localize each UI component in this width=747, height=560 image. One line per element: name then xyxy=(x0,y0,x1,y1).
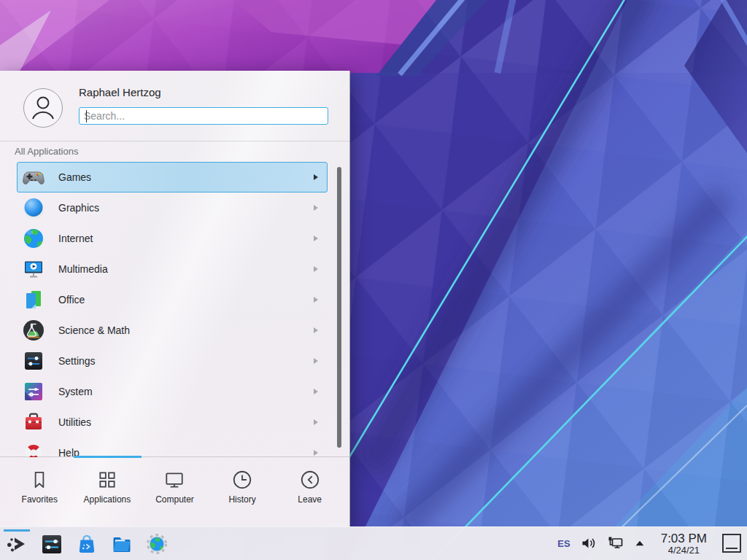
category-label: Multimedia xyxy=(58,263,108,275)
submenu-arrow-icon xyxy=(314,174,318,180)
category-item-games[interactable]: Games xyxy=(17,162,328,192)
tab-leave[interactable]: Leave xyxy=(276,457,344,526)
person-icon xyxy=(24,89,62,127)
sliders-dark-icon xyxy=(22,349,45,373)
dolphin-folder-icon xyxy=(110,532,133,556)
flask-icon xyxy=(22,319,45,342)
submenu-arrow-icon xyxy=(314,236,318,241)
tab-computer[interactable]: Computer xyxy=(141,457,209,526)
user-name: Raphael Hertzog xyxy=(79,86,161,98)
category-item-internet[interactable]: Internet xyxy=(17,223,328,254)
category-item-multimedia[interactable]: Multimedia xyxy=(17,254,328,284)
system-tray: ES 7:03 PM 4/24/21 xyxy=(557,532,743,555)
category-label: Games xyxy=(58,171,91,183)
sliders-gradient-icon xyxy=(22,380,45,403)
lifebuoy-icon xyxy=(22,441,45,457)
volume-icon[interactable] xyxy=(580,534,597,552)
system-settings-button[interactable] xyxy=(39,529,64,559)
computer-icon xyxy=(163,469,185,491)
expand-tray-arrow-icon[interactable] xyxy=(634,537,646,549)
konqueror-globe-gear-icon xyxy=(145,532,169,556)
submenu-arrow-icon xyxy=(314,419,318,425)
list-scrollbar[interactable] xyxy=(337,167,341,448)
submenu-arrow-icon xyxy=(314,389,318,394)
category-item-graphics[interactable]: Graphics xyxy=(17,192,328,223)
category-label: Graphics xyxy=(58,202,99,214)
web-browser-button[interactable] xyxy=(144,529,169,559)
keyboard-layout-indicator[interactable]: ES xyxy=(557,538,570,549)
tab-applications[interactable]: Applications xyxy=(74,457,142,526)
submenu-arrow-icon xyxy=(314,266,318,272)
category-label: Internet xyxy=(58,233,93,244)
category-label: System xyxy=(58,386,93,397)
tab-favorites[interactable]: Favorites xyxy=(6,457,74,526)
header-divider xyxy=(0,141,349,141)
submenu-arrow-icon xyxy=(314,205,318,211)
clock-date: 4/24/21 xyxy=(661,545,707,556)
search-input[interactable] xyxy=(79,107,328,125)
category-label: Office xyxy=(58,294,85,306)
category-item-office[interactable]: Office xyxy=(17,284,328,315)
desktop: Raphael Hertzog All Applications xyxy=(0,0,747,560)
bookmark-icon xyxy=(28,469,50,491)
tab-label: Computer xyxy=(155,494,194,505)
section-label: All Applications xyxy=(15,146,78,157)
toolbox-icon xyxy=(22,411,45,434)
grid-icon xyxy=(96,469,118,491)
category-label: Settings xyxy=(58,355,96,367)
taskbar-apps xyxy=(4,529,169,559)
discover-button[interactable] xyxy=(74,529,99,559)
launcher-tab-bar: Favorites Applications xyxy=(0,456,349,526)
leave-circle-icon xyxy=(299,469,321,491)
category-label: Science & Math xyxy=(58,324,130,336)
taskbar-panel: ES 7:03 PM 4/24/21 xyxy=(0,526,747,560)
submenu-arrow-icon xyxy=(314,358,318,364)
show-desktop-button[interactable] xyxy=(722,534,741,553)
category-item-help[interactable]: Help xyxy=(17,438,328,457)
submenu-arrow-icon xyxy=(314,327,318,333)
tab-label: History xyxy=(228,494,255,505)
category-item-science-math[interactable]: Science & Math xyxy=(17,315,328,346)
wired-network-icon[interactable] xyxy=(607,534,624,552)
history-clock-icon xyxy=(231,469,253,491)
system-settings-icon xyxy=(40,532,63,556)
kde-launcher-icon xyxy=(5,532,28,556)
discover-bag-icon xyxy=(75,532,98,556)
globe-icon xyxy=(22,227,45,250)
tab-label: Favorites xyxy=(22,494,58,505)
gamepad-icon xyxy=(22,166,45,189)
documents-icon xyxy=(22,288,45,311)
tab-label: Leave xyxy=(298,494,322,505)
user-avatar[interactable] xyxy=(23,88,63,128)
application-launcher-menu: Raphael Hertzog All Applications xyxy=(0,71,350,526)
submenu-arrow-icon xyxy=(314,297,318,303)
active-tab-indicator xyxy=(74,456,142,458)
monitor-play-icon xyxy=(22,257,45,281)
tab-history[interactable]: History xyxy=(209,457,276,526)
category-label: Utilities xyxy=(58,416,91,428)
submenu-arrow-icon xyxy=(314,450,318,456)
clock-time: 7:03 PM xyxy=(661,532,707,545)
tab-label: Applications xyxy=(84,494,131,505)
application-launcher-button[interactable] xyxy=(4,529,29,559)
active-launcher-indicator xyxy=(4,529,30,532)
category-list: Games Graphics xyxy=(0,162,349,457)
digital-clock[interactable]: 7:03 PM 4/24/21 xyxy=(661,532,707,555)
category-item-utilities[interactable]: Utilities xyxy=(17,407,328,438)
category-item-system[interactable]: System xyxy=(17,376,328,407)
category-item-settings[interactable]: Settings xyxy=(17,346,328,376)
sphere-icon xyxy=(22,196,45,219)
file-manager-button[interactable] xyxy=(109,529,134,559)
